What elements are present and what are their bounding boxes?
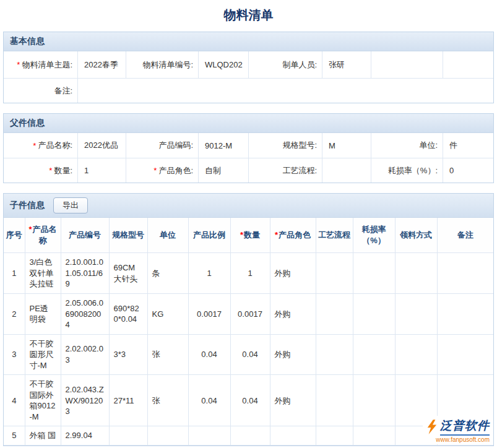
col-product-code: 产品编号 [61, 218, 109, 253]
subject-value: 2022春季 [78, 51, 126, 78]
qty-label-text: 数量: [54, 165, 72, 176]
parent-info-row-2: * 数量: 1 * 产品角色: 自制 工艺流程: 耗损率（%）: 0 [4, 158, 493, 183]
col-product-name: *产品名称 [25, 218, 61, 253]
child-info-title: 子件信息 [10, 200, 45, 211]
cell-seq: 4 [4, 375, 25, 426]
table-row: 1 3/白色双针单头拉链 2.10.001.01.05.011/69 69CM大… [4, 253, 493, 294]
col-seq: 序号 [4, 218, 25, 253]
table-header-row: 序号 *产品名称 产品编号 规格型号 单位 产品比例 *数量 *产品角色 工艺流… [4, 218, 493, 253]
role-label-text: 产品角色: [158, 165, 193, 176]
cell-role: 外购 [270, 334, 316, 375]
col-role: *产品角色 [270, 218, 316, 253]
list-code-value: WLQD202 [199, 51, 249, 78]
cell-spec: 27*11 [109, 375, 147, 426]
cell-ratio: 0.04 [188, 334, 230, 375]
cell-role [270, 426, 316, 446]
parent-info-section: 父件信息 * 产品名称: 2022优品 产品编码: 9012-M 规格型号: M… [3, 113, 494, 183]
cell-role: 外购 [270, 294, 316, 335]
cell-product-code: 2.02.043.ZWX/901203 [61, 375, 109, 426]
table-row: 3 不干胶圆形尺寸-M 2.02.002.03 3*3 张 0.04 0.04 … [4, 334, 493, 375]
cell-ratio: 1 [188, 253, 230, 294]
cell-qty [230, 426, 270, 446]
child-items-table: 序号 *产品名称 产品编号 规格型号 单位 产品比例 *数量 *产品角色 工艺流… [4, 218, 493, 446]
empty-value-cell [443, 51, 493, 78]
cell-remark [437, 334, 493, 375]
col-role-text: 产品角色 [279, 230, 311, 239]
cell-product-code: 2.02.002.03 [61, 334, 109, 375]
table-row: 5 外箱 国 2.99.04 [4, 426, 493, 446]
unit-value: 件 [443, 133, 493, 158]
required-marker: * [28, 225, 32, 234]
subject-label-text: 物料清单主题: [22, 59, 72, 71]
product-name-value: 2022优品 [78, 133, 126, 158]
cell-product-name: 不干胶圆形尺寸-M [25, 334, 61, 375]
cell-qty: 0.04 [230, 375, 270, 426]
fanpu-watermark: 泛普软件 www.fanpusoft.com [423, 416, 493, 444]
cell-loss-rate [353, 253, 395, 294]
basic-info-header: 基本信息 [4, 32, 493, 51]
creator-value: 张研 [322, 51, 371, 78]
cell-qty: 0.0017 [230, 294, 270, 335]
role-value: 自制 [199, 158, 249, 183]
table-row: 2 PE透明袋 2.05.006.0690082004 690*820*0.04… [4, 294, 493, 335]
col-qty-text: 数量 [244, 230, 260, 239]
cell-requisition [395, 294, 437, 335]
col-unit: 单位 [147, 218, 188, 253]
empty-label-cell [371, 51, 443, 78]
qty-value: 1 [78, 158, 126, 183]
cell-qty: 0.04 [230, 334, 270, 375]
col-requisition: 领料方式 [395, 218, 437, 253]
cell-role: 外购 [270, 375, 316, 426]
parent-info-title: 父件信息 [10, 118, 45, 129]
cell-seq: 2 [4, 294, 25, 335]
cell-unit: 条 [147, 253, 188, 294]
fanpu-brand-text: 泛普软件 [440, 418, 490, 436]
col-process: 工艺流程 [316, 218, 353, 253]
cell-spec: 690*820*0.04 [109, 294, 147, 335]
cell-process [316, 426, 353, 446]
product-code-value: 9012-M [199, 133, 249, 158]
cell-ratio: 0.04 [188, 375, 230, 426]
unit-label: 单位: [371, 133, 443, 158]
col-loss-rate: 耗损率（%） [353, 218, 395, 253]
col-qty: *数量 [230, 218, 270, 253]
cell-spec: 3*3 [109, 334, 147, 375]
cell-product-code: 2.05.006.0690082004 [61, 294, 109, 335]
cell-loss-rate [353, 294, 395, 335]
child-info-header: 子件信息 导出 [4, 194, 493, 218]
basic-info-row-2: 备注: [4, 78, 493, 103]
cell-loss-rate [353, 334, 395, 375]
cell-unit: 张 [147, 375, 188, 426]
cell-requisition [395, 253, 437, 294]
subject-label: * 物料清单主题: [4, 51, 78, 78]
cell-seq: 3 [4, 334, 25, 375]
cell-product-name: 不干胶国际外箱9012-M [25, 375, 61, 426]
export-button[interactable]: 导出 [53, 197, 88, 213]
col-spec: 规格型号 [109, 218, 147, 253]
qty-label: * 数量: [4, 158, 78, 183]
cell-loss-rate [353, 375, 395, 426]
cell-unit: 张 [147, 334, 188, 375]
cell-qty: 1 [230, 253, 270, 294]
cell-spec [109, 426, 147, 446]
col-remark: 备注 [437, 218, 493, 253]
parent-info-row-1: * 产品名称: 2022优品 产品编码: 9012-M 规格型号: M 单位: … [4, 133, 493, 158]
cell-product-name: 外箱 国 [25, 426, 61, 446]
required-marker: * [49, 166, 52, 175]
cell-process [316, 375, 353, 426]
required-marker: * [33, 141, 36, 150]
fanpu-url: www.fanpusoft.com [436, 436, 490, 443]
cell-loss-rate [353, 426, 395, 446]
page-title: 物料清单 [0, 0, 497, 32]
required-marker: * [275, 230, 278, 239]
process-value [322, 158, 371, 183]
spec-value: M [322, 133, 371, 158]
creator-label: 制单人员: [249, 51, 322, 78]
basic-info-row-1: * 物料清单主题: 2022春季 物料清单编号: WLQD202 制单人员: 张… [4, 51, 493, 78]
basic-info-title: 基本信息 [10, 36, 45, 47]
product-name-label-text: 产品名称: [38, 140, 72, 151]
remark-value [78, 79, 493, 103]
cell-process [316, 334, 353, 375]
child-info-section: 子件信息 导出 序号 *产品名称 产品编号 规格型号 单位 产品比例 *数量 *… [3, 193, 494, 446]
cell-seq: 1 [4, 253, 25, 294]
